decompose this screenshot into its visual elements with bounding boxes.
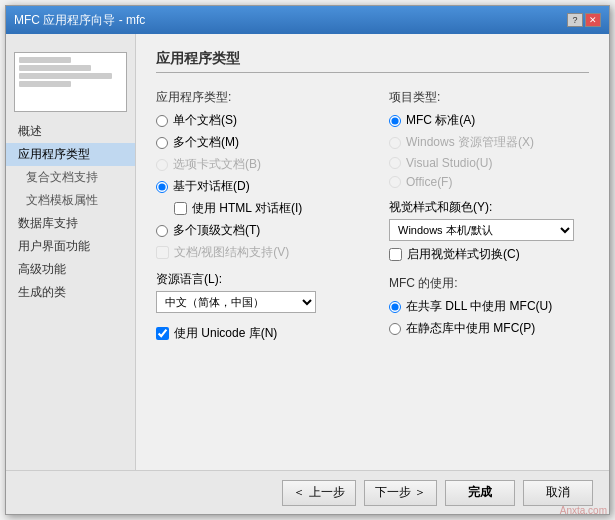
mfc-use-group: MFC 的使用: 在共享 DLL 中使用 MFC(U) 在静态库中使用 MFC(… — [389, 275, 589, 337]
preview-line-3 — [19, 73, 112, 79]
radio-office-label: Office(F) — [406, 175, 452, 189]
sidebar-item-apptype[interactable]: 应用程序类型 — [6, 143, 135, 166]
radio-single-doc-label: 单个文档(S) — [173, 112, 237, 129]
mfc-use-label: MFC 的使用: — [389, 275, 589, 292]
radio-tabbed-doc-label: 选项卡式文档(B) — [173, 156, 261, 173]
radio-multi-toplevel-label: 多个顶级文档(T) — [173, 222, 260, 239]
check-html-dialog[interactable]: 使用 HTML 对话框(I) — [174, 200, 369, 217]
left-column: 应用程序类型: 单个文档(S) 多个文档(M) 选项卡式文档(B) — [156, 89, 369, 347]
radio-office: Office(F) — [389, 175, 589, 189]
check-unicode-label: 使用 Unicode 库(N) — [174, 325, 277, 342]
sidebar-preview — [14, 52, 127, 112]
section-title: 应用程序类型 — [156, 50, 589, 73]
app-type-label: 应用程序类型: — [156, 89, 369, 106]
two-column-layout: 应用程序类型: 单个文档(S) 多个文档(M) 选项卡式文档(B) — [156, 89, 589, 347]
check-doc-view: 文档/视图结构支持(V) — [156, 244, 369, 261]
radio-mfc-standard[interactable]: MFC 标准(A) — [389, 112, 589, 129]
check-style-switch-label: 启用视觉样式切换(C) — [407, 246, 520, 263]
radio-multi-doc[interactable]: 多个文档(M) — [156, 134, 369, 151]
sidebar-item-database[interactable]: 数据库支持 — [6, 212, 135, 235]
watermark: Anxta.com — [560, 505, 607, 516]
sidebar-item-uifeature[interactable]: 用户界面功能 — [6, 235, 135, 258]
check-style-switch[interactable]: 启用视觉样式切换(C) — [389, 246, 589, 263]
preview-line-4 — [19, 81, 71, 87]
visual-style-select[interactable]: Windows 本机/默认 Office 2007 (蓝色主题) Windows… — [389, 219, 574, 241]
cancel-button[interactable]: 取消 — [523, 480, 593, 506]
radio-multi-toplevel[interactable]: 多个顶级文档(T) — [156, 222, 369, 239]
sidebar-item-doctemplate[interactable]: 文档模板属性 — [6, 189, 135, 212]
resource-lang-group: 资源语言(L): 中文（简体，中国） English — [156, 271, 369, 313]
dialog-body: 概述 应用程序类型 复合文档支持 文档模板属性 数据库支持 用户界面功能 高级功… — [6, 34, 609, 470]
radio-mfc-shared-dll-label: 在共享 DLL 中使用 MFC(U) — [406, 298, 552, 315]
radio-windows-explorer-label: Windows 资源管理器(X) — [406, 134, 534, 151]
sidebar-nav: 概述 应用程序类型 复合文档支持 文档模板属性 数据库支持 用户界面功能 高级功… — [6, 120, 135, 304]
visual-style-group: 视觉样式和颜色(Y): Windows 本机/默认 Office 2007 (蓝… — [389, 199, 589, 241]
sidebar-item-compound[interactable]: 复合文档支持 — [6, 166, 135, 189]
prev-button[interactable]: ＜ 上一步 — [282, 480, 355, 506]
project-type-label: 项目类型: — [389, 89, 589, 106]
main-content: 应用程序类型 应用程序类型: 单个文档(S) 多个文档(M) 选项 — [136, 34, 609, 470]
resource-lang-wrap: 中文（简体，中国） English — [156, 291, 369, 313]
radio-windows-explorer: Windows 资源管理器(X) — [389, 134, 589, 151]
preview-line-2 — [19, 65, 91, 71]
sidebar-item-classes[interactable]: 生成的类 — [6, 281, 135, 304]
right-column: 项目类型: MFC 标准(A) Windows 资源管理器(X) Visual … — [389, 89, 589, 347]
help-button[interactable]: ? — [567, 13, 583, 27]
sidebar-item-advanced[interactable]: 高级功能 — [6, 258, 135, 281]
check-html-dialog-label: 使用 HTML 对话框(I) — [192, 200, 302, 217]
radio-mfc-shared-dll[interactable]: 在共享 DLL 中使用 MFC(U) — [389, 298, 589, 315]
sidebar: 概述 应用程序类型 复合文档支持 文档模板属性 数据库支持 用户界面功能 高级功… — [6, 34, 136, 470]
sidebar-item-overview[interactable]: 概述 — [6, 120, 135, 143]
bottom-bar: ＜ 上一步 下一步 ＞ 完成 取消 — [6, 470, 609, 514]
radio-mfc-static-lib-label: 在静态库中使用 MFC(P) — [406, 320, 535, 337]
title-bar-text: MFC 应用程序向导 - mfc — [14, 12, 145, 29]
radio-dialog-label: 基于对话框(D) — [173, 178, 250, 195]
resource-lang-select[interactable]: 中文（简体，中国） English — [156, 291, 316, 313]
check-doc-view-label: 文档/视图结构支持(V) — [174, 244, 289, 261]
radio-visual-studio: Visual Studio(U) — [389, 156, 589, 170]
title-bar: MFC 应用程序向导 - mfc ? ✕ — [6, 6, 609, 34]
next-button[interactable]: 下一步 ＞ — [364, 480, 437, 506]
radio-dialog-based[interactable]: 基于对话框(D) — [156, 178, 369, 195]
radio-tabbed-doc[interactable]: 选项卡式文档(B) — [156, 156, 369, 173]
check-unicode[interactable]: 使用 Unicode 库(N) — [156, 325, 369, 342]
radio-visual-studio-label: Visual Studio(U) — [406, 156, 492, 170]
resource-lang-label: 资源语言(L): — [156, 271, 369, 288]
radio-mfc-static-lib[interactable]: 在静态库中使用 MFC(P) — [389, 320, 589, 337]
radio-single-doc[interactable]: 单个文档(S) — [156, 112, 369, 129]
radio-multi-doc-label: 多个文档(M) — [173, 134, 239, 151]
visual-style-label: 视觉样式和颜色(Y): — [389, 199, 589, 216]
title-bar-buttons: ? ✕ — [567, 13, 601, 27]
close-button[interactable]: ✕ — [585, 13, 601, 27]
main-dialog: MFC 应用程序向导 - mfc ? ✕ 概述 应用程序类型 复合文档支持 文档… — [5, 5, 610, 515]
preview-line-1 — [19, 57, 71, 63]
finish-button[interactable]: 完成 — [445, 480, 515, 506]
radio-mfc-standard-label: MFC 标准(A) — [406, 112, 475, 129]
